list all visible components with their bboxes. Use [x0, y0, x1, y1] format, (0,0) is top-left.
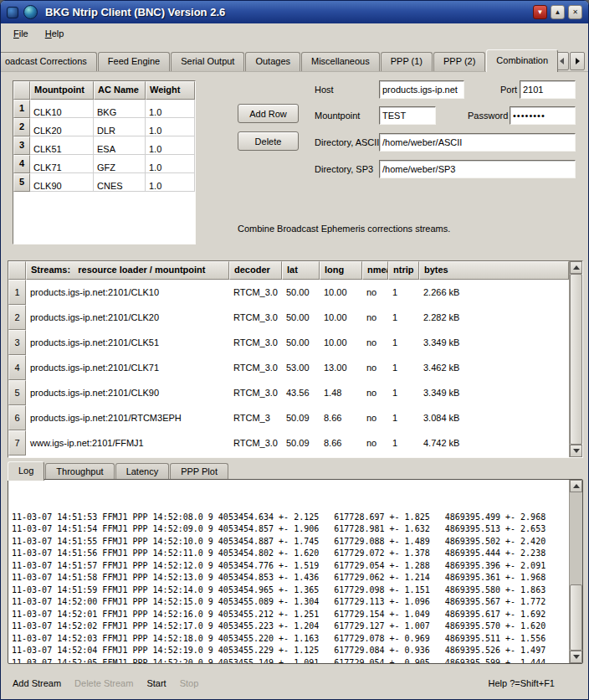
log-scrollbar-thumb[interactable]	[570, 584, 582, 651]
tab-scroll-buttons	[554, 52, 585, 70]
tab-feed-engine[interactable]: Feed Engine	[98, 52, 170, 71]
mountpoint-label: Mountpoint	[315, 111, 360, 121]
tab-log[interactable]: Log	[8, 461, 44, 481]
cell-weight[interactable]: 1.0	[146, 100, 195, 118]
cell-source: www.igs-ip.net:2101/FFMJ1	[26, 430, 229, 456]
col-header-weight[interactable]: Weight	[146, 81, 195, 100]
stream-row[interactable]: 1 products.igs-ip.net:2101/CLK10 RTCM_3.…	[8, 280, 569, 305]
cell-mountpoint[interactable]: CLK90	[30, 173, 94, 192]
row-number: 3	[13, 136, 30, 155]
stream-row[interactable]: 4 products.igs-ip.net:2101/CLK71 RTCM_3.…	[8, 355, 569, 380]
cell-bytes: 3.349 kB	[419, 380, 569, 405]
combination-table-row[interactable]: 1 CLK10 BKG 1.0	[13, 100, 195, 118]
start-button[interactable]: Start	[146, 678, 166, 688]
cell-ac-name[interactable]: DLR	[94, 118, 146, 136]
combination-table-row[interactable]: 3 CLK51 ESA 1.0	[13, 136, 195, 155]
tab-scroll-right-icon[interactable]	[570, 52, 585, 70]
cell-ac-name[interactable]: BKG	[94, 100, 146, 118]
tab-combination[interactable]: Combination	[486, 49, 558, 72]
row-number: 5	[13, 173, 30, 192]
cell-weight[interactable]: 1.0	[146, 173, 195, 192]
col-header-bytes[interactable]: bytes	[419, 261, 569, 280]
col-header-decoder[interactable]: decoder	[229, 261, 282, 280]
combination-table-row[interactable]: 4 CLK71 GFZ 1.0	[13, 155, 195, 173]
tab-ppp-1[interactable]: PPP (1)	[381, 52, 433, 71]
port-input[interactable]	[520, 80, 576, 99]
cell-ntrip: 1	[388, 380, 419, 405]
log-line: 11-03-07 14:52:05 FFMJ1 PPP 14:52:20.0 9…	[12, 657, 569, 664]
combination-table-row[interactable]: 5 CLK90 CNES 1.0	[13, 173, 195, 192]
cell-lat: 50.09	[282, 405, 320, 430]
col-header-long[interactable]: long	[320, 261, 362, 280]
window-buttons: ▼ ▲ ✕	[533, 5, 582, 19]
row-number: 7	[8, 430, 26, 456]
tab-latency[interactable]: Latency	[115, 463, 170, 480]
col-header-lat[interactable]: lat	[282, 261, 320, 280]
menu-item[interactable]: File	[5, 26, 37, 41]
delete-button[interactable]: Delete	[238, 131, 299, 151]
cell-lat: 43.56	[282, 380, 320, 405]
menu-item[interactable]: Help	[37, 26, 73, 41]
cell-mountpoint[interactable]: CLK20	[30, 118, 94, 136]
cell-ac-name[interactable]: ESA	[94, 136, 146, 155]
streams-scrollbar[interactable]	[569, 261, 582, 457]
cell-mountpoint[interactable]: CLK10	[30, 100, 94, 118]
col-header-ntrip[interactable]: ntrip	[388, 261, 419, 280]
scroll-down-icon[interactable]	[570, 445, 582, 457]
tab-miscellaneous[interactable]: Miscellaneous	[301, 52, 380, 71]
tab-broadcast-corrections[interactable]: oadcast Corrections	[0, 52, 97, 71]
cell-bytes: 3.462 kB	[419, 355, 569, 380]
stream-row[interactable]: 2 products.igs-ip.net:2101/CLK20 RTCM_3.…	[8, 305, 569, 330]
cell-weight[interactable]: 1.0	[146, 136, 195, 155]
cell-decoder: RTCM_3.0	[229, 280, 282, 305]
window-menu-icon[interactable]	[7, 7, 18, 18]
log-line: 11-03-07 14:51:58 FFMJ1 PPP 14:52:13.0 9…	[12, 572, 569, 584]
cell-weight[interactable]: 1.0	[146, 118, 195, 136]
directory-ascii-input[interactable]	[379, 133, 576, 152]
delete-stream-button[interactable]: Delete Stream	[74, 678, 133, 688]
cell-ac-name[interactable]: GFZ	[94, 155, 146, 173]
stream-row[interactable]: 6 products.igs-ip.net:2101/RTCM3EPH RTCM…	[8, 405, 569, 430]
directory-sp3-input[interactable]	[379, 160, 576, 178]
row-number: 4	[13, 155, 30, 173]
maximize-button-icon[interactable]: ▲	[551, 5, 565, 19]
cell-long: 10.00	[320, 330, 362, 355]
streams-scrollbar-thumb[interactable]	[570, 274, 582, 445]
col-header-source[interactable]: Streams: resource loader / mountpoint	[26, 261, 229, 280]
cell-lat: 50.00	[282, 305, 320, 330]
tab-ppp-plot[interactable]: PPP Plot	[170, 463, 228, 480]
cell-mountpoint[interactable]: CLK71	[30, 155, 94, 173]
mountpoint-input[interactable]	[379, 106, 436, 125]
cell-weight[interactable]: 1.0	[146, 155, 195, 173]
cell-mountpoint[interactable]: CLK51	[30, 136, 94, 155]
titlebar[interactable]: BKG Ntrip Client (BNC) Version 2.6 ▼ ▲ ✕	[1, 1, 588, 23]
scroll-down-icon[interactable]	[570, 651, 582, 663]
close-button-icon[interactable]: ✕	[568, 5, 582, 19]
stream-row[interactable]: 5 products.igs-ip.net:2101/CLK90 RTCM_3.…	[8, 380, 569, 405]
col-header-mountpoint[interactable]: Mountpoint	[30, 81, 94, 100]
combination-table-row[interactable]: 2 CLK20 DLR 1.0	[13, 118, 195, 136]
scroll-up-icon[interactable]	[570, 261, 582, 274]
add-stream-button[interactable]: Add Stream	[13, 678, 61, 688]
row-number: 2	[13, 118, 30, 136]
log-scrollbar[interactable]	[569, 480, 582, 663]
col-header-ac-name[interactable]: AC Name	[94, 81, 146, 100]
stream-row[interactable]: 3 products.igs-ip.net:2101/CLK51 RTCM_3.…	[8, 330, 569, 355]
stop-button[interactable]: Stop	[180, 678, 199, 688]
cell-decoder: RTCM_3.0	[229, 355, 282, 380]
tab-throughput[interactable]: Throughput	[45, 463, 114, 480]
cell-ac-name[interactable]: CNES	[94, 173, 146, 192]
tab-serial-output[interactable]: Serial Output	[171, 52, 244, 71]
add-row-button[interactable]: Add Row	[238, 104, 299, 123]
password-input[interactable]	[510, 106, 576, 125]
stream-row[interactable]: 7 www.igs-ip.net:2101/FFMJ1 RTCM_3.0 50.…	[8, 430, 569, 456]
minimize-button-icon[interactable]: ▼	[533, 5, 547, 19]
port-label: Port	[500, 85, 517, 95]
tab-ppp-2[interactable]: PPP (2)	[433, 52, 485, 71]
host-input[interactable]	[379, 80, 464, 99]
col-header-nmea[interactable]: nmea	[362, 261, 388, 280]
tab-outages[interactable]: Outages	[245, 52, 300, 71]
scroll-up-icon[interactable]	[570, 480, 582, 492]
log-scrollbar-track[interactable]	[570, 492, 582, 651]
streams-scrollbar-track[interactable]	[570, 274, 582, 445]
